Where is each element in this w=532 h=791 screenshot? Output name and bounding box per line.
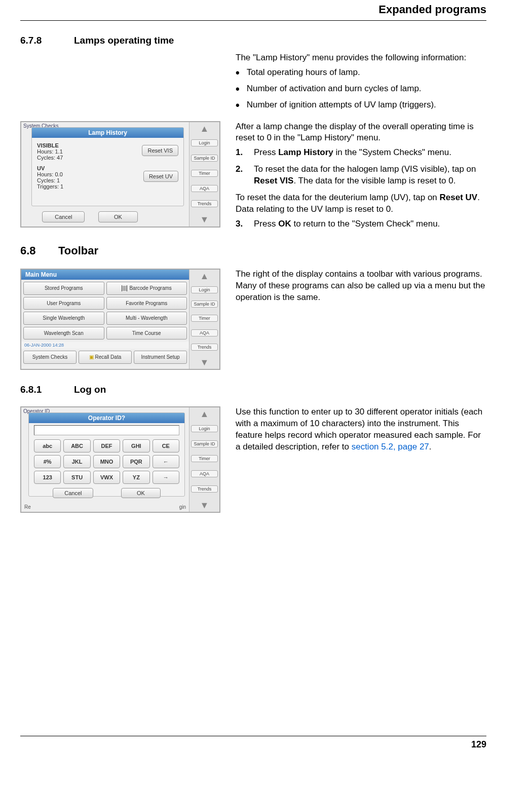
toolbar-sample-id[interactable]: Sample ID <box>191 440 218 447</box>
ok-button[interactable]: OK <box>121 488 161 498</box>
screenshot-operator-id: Operator ID Operator ID? abc ABC DEF GHI… <box>20 406 220 513</box>
section-title: Lamps operating time <box>74 35 174 46</box>
section-6-8: 6.8 Toolbar <box>20 244 486 257</box>
key-abc[interactable]: abc <box>34 439 61 453</box>
intro-bullet: Number of ignition attempts of UV lamp (… <box>236 99 486 111</box>
key-back-icon[interactable]: ← <box>153 455 179 468</box>
side-toolbar: ▲ Login Sample ID Timer AQA Trends ▼ <box>189 270 219 369</box>
key-STU[interactable]: STU <box>63 471 90 484</box>
side-toolbar: ▲ Login Sample ID Timer AQA Trends ▼ <box>189 407 219 512</box>
toolbar-timer[interactable]: Timer <box>191 315 218 322</box>
scroll-down-icon[interactable]: ▼ <box>191 501 218 510</box>
section-6-8-1: 6.8.1 Log on <box>20 384 486 395</box>
section-6-7-8: 6.7.8 Lamps operating time <box>20 35 486 46</box>
intro-paragraph: The "Lamp History" menu provides the fol… <box>236 52 486 64</box>
key-VWX[interactable]: VWX <box>93 471 120 484</box>
toolbar-aqa[interactable]: AQA <box>191 329 218 336</box>
block1-intro: After a lamp change the display of the o… <box>236 121 486 144</box>
toolbar-trends[interactable]: Trends <box>191 344 218 351</box>
operator-id-input[interactable] <box>34 425 179 435</box>
main-menu-title: Main Menu <box>21 270 189 280</box>
date-time: 06-JAN-2000 14:28 <box>21 342 189 349</box>
dialog-title: Lamp History <box>32 128 183 138</box>
screenshot-lamp-history: System Checks Lamp History VISIBLE Hours… <box>20 121 220 228</box>
reset-uv-button[interactable]: Reset UV <box>143 171 178 182</box>
header-title: Expanded programs <box>378 3 486 16</box>
key-JKL[interactable]: JKL <box>63 455 90 468</box>
key-YZ[interactable]: YZ <box>123 471 149 484</box>
menu-instrument-setup[interactable]: Instrument Setup <box>134 351 187 364</box>
toolbar-timer[interactable]: Timer <box>191 170 218 177</box>
cancel-button[interactable]: Cancel <box>53 488 93 498</box>
key-forward-icon[interactable]: → <box>153 471 179 484</box>
section-number: 6.7.8 <box>20 35 60 46</box>
scroll-up-icon[interactable]: ▲ <box>191 409 218 419</box>
intro-bullet: Total operating hours of lamp. <box>236 67 486 79</box>
toolbar-sample-id[interactable]: Sample ID <box>191 155 218 162</box>
section-link[interactable]: section 5.2, page 27 <box>352 442 429 451</box>
menu-multi-wavelength[interactable]: Multi - Wavelength <box>106 312 187 325</box>
scroll-down-icon[interactable]: ▼ <box>191 358 218 367</box>
menu-wavelength-scan[interactable]: Wavelength Scan <box>23 327 104 340</box>
intro-bullet: Number of activation and burn cycles of … <box>236 83 486 95</box>
page-footer: 129 <box>20 736 486 750</box>
menu-system-checks[interactable]: System Checks <box>23 351 77 364</box>
step-2: To reset the data for the halogen lamp (… <box>236 164 486 187</box>
screenshot-main-menu: Main Menu Stored Programs |||Barcode Pro… <box>20 269 220 370</box>
dialog-title: Operator ID? <box>29 413 184 423</box>
cancel-button[interactable]: Cancel <box>42 211 85 222</box>
page-header: Expanded programs <box>20 0 486 21</box>
page-number: 129 <box>471 739 486 749</box>
folder-icon: ▣ <box>89 354 94 360</box>
key-GHI[interactable]: GHI <box>123 439 149 453</box>
menu-time-course[interactable]: Time Course <box>106 327 187 340</box>
key-MNO[interactable]: MNO <box>93 455 120 468</box>
scroll-up-icon[interactable]: ▲ <box>191 272 218 281</box>
step-1: Press Lamp History in the "System Checks… <box>236 147 486 159</box>
toolbar-sample-id[interactable]: Sample ID <box>191 300 218 308</box>
toolbar-login[interactable]: Login <box>191 286 218 293</box>
menu-stored-programs[interactable]: Stored Programs <box>23 282 104 295</box>
key-symbols[interactable]: #% <box>34 455 61 468</box>
toolbar-login[interactable]: Login <box>191 139 218 146</box>
side-toolbar: ▲ Login Sample ID Timer AQA Trends ▼ <box>189 122 219 227</box>
menu-recall-data[interactable]: ▣ Recall Data <box>79 351 132 364</box>
toolbar-trends[interactable]: Trends <box>191 200 218 207</box>
key-123[interactable]: 123 <box>34 471 61 484</box>
toolbar-aqa[interactable]: AQA <box>191 185 218 192</box>
reset-vis-button[interactable]: Reset VIS <box>142 145 178 156</box>
key-PQR[interactable]: PQR <box>123 455 149 468</box>
logon-description: Use this function to enter up to 30 diff… <box>236 406 486 453</box>
scroll-down-icon[interactable]: ▼ <box>191 215 218 224</box>
key-ABC[interactable]: ABC <box>63 439 90 453</box>
key-CE[interactable]: CE <box>153 439 179 453</box>
section-title: Log on <box>74 384 106 395</box>
section-title: Toolbar <box>58 244 98 257</box>
scroll-up-icon[interactable]: ▲ <box>191 124 218 133</box>
menu-barcode-programs[interactable]: |||Barcode Programs <box>106 282 187 295</box>
step-3: Press OK to return to the "System Check"… <box>236 218 486 230</box>
ok-button[interactable]: OK <box>98 211 138 222</box>
toolbar-aqa[interactable]: AQA <box>191 470 218 477</box>
menu-user-programs[interactable]: User Programs <box>23 297 104 310</box>
toolbar-description: The right of the display contains a tool… <box>236 269 486 304</box>
menu-single-wavelength[interactable]: Single Wavelength <box>23 312 104 325</box>
toolbar-login[interactable]: Login <box>191 425 218 432</box>
section-number: 6.8.1 <box>20 384 60 395</box>
step-2-para: To reset the data for the deuterium lamp… <box>236 192 486 215</box>
key-DEF[interactable]: DEF <box>93 439 120 453</box>
menu-favorite-programs[interactable]: Favorite Programs <box>106 297 187 310</box>
toolbar-trends[interactable]: Trends <box>191 485 218 493</box>
section-number: 6.8 <box>20 244 48 257</box>
toolbar-timer[interactable]: Timer <box>191 455 218 462</box>
